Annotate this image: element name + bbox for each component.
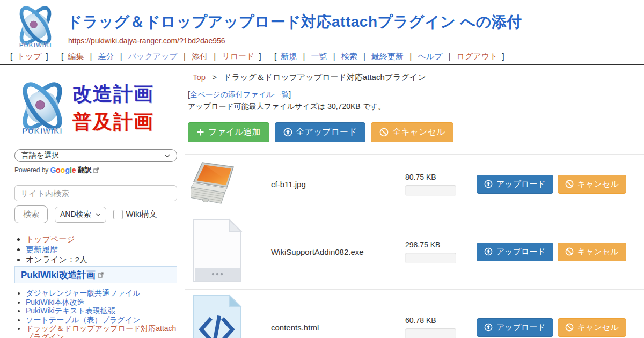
file-size: 80.75 KB — [405, 173, 436, 181]
laptop-photo-icon — [191, 161, 240, 204]
chevron-down-icon — [96, 213, 101, 216]
breadcrumb-top-link[interactable]: Top — [193, 72, 206, 82]
cancel-button[interactable]: キャンセル — [558, 318, 626, 337]
progress-bar — [405, 253, 456, 263]
google-logo: Google — [50, 166, 76, 174]
breadcrumb-separator: > — [212, 72, 217, 82]
wiki-syntax-checkbox[interactable] — [113, 210, 123, 219]
file-row: WikiSupportAddin082.exe 298.75 KB アップロード — [185, 214, 644, 289]
file-thumbnail-laptop — [191, 161, 271, 207]
upload-circle-icon — [283, 128, 292, 137]
sidebar-link-text-ext[interactable]: PukiWikiテキスト表現拡張 — [26, 306, 115, 315]
add-files-button[interactable]: ファイル追加 — [188, 122, 269, 142]
sidebar-link-common-files[interactable]: ダジャレンジャー版共通ファイル — [26, 289, 141, 297]
list-item: PukiWikiテキスト表現拡張 — [26, 307, 177, 315]
logo-line-kaizou: 改造計画 — [72, 83, 154, 105]
ban-icon — [565, 323, 574, 332]
search-mode-select[interactable]: AND検索 — [55, 207, 106, 223]
site-logo-text: 改造計画 普及計画 — [72, 80, 154, 136]
separator: | — [333, 52, 335, 61]
code-file-icon — [191, 294, 243, 338]
file-thumbnail-code — [191, 294, 271, 338]
list-item: オンライン：2人 — [26, 254, 177, 264]
file-name: WikiSupportAddin082.exe — [271, 247, 405, 256]
attachment-list-line: [全ページの添付ファイル一覧] — [188, 90, 644, 100]
separator: | — [449, 52, 451, 61]
file-actions: アップロード キャンセル — [477, 318, 644, 337]
file-thumbnail-generic — [191, 218, 271, 285]
nav-logout[interactable]: ログアウト — [457, 52, 498, 61]
bracket: [ — [61, 52, 63, 61]
ban-icon — [565, 247, 574, 256]
ban-icon — [379, 128, 389, 137]
nav-search[interactable]: 検索 — [341, 52, 357, 61]
cancel-all-button[interactable]: 全キャンセル — [371, 122, 453, 142]
upload-button[interactable]: アップロード — [477, 243, 553, 261]
section-heading-link[interactable]: PukiWiki改造計画 — [21, 269, 96, 281]
list-item: トップページ — [26, 234, 177, 244]
nav-reload[interactable]: リロード — [222, 52, 254, 61]
chevron-down-icon — [164, 154, 170, 158]
file-size-progress: 298.75 KB — [405, 240, 477, 263]
nav-new[interactable]: 新規 — [281, 52, 297, 61]
atom-logo-icon: PUKIWIKI — [11, 2, 60, 52]
file-actions: アップロード キャンセル — [477, 175, 644, 194]
file-actions: アップロード キャンセル — [477, 243, 644, 261]
cancel-button[interactable]: キャンセル — [558, 243, 626, 261]
bracket: ] — [46, 52, 48, 61]
google-translate-attribution: Powered by Google 翻訳 — [14, 165, 177, 175]
nav-backup[interactable]: バックアップ — [128, 52, 178, 61]
bracket: [ — [10, 52, 12, 61]
list-item: ダジャレンジャー版共通ファイル — [26, 289, 177, 298]
sidebar-site-logo[interactable]: PUKIWIKI 改造計画 普及計画 — [14, 74, 177, 142]
language-select-value: 言語を選択 — [21, 151, 59, 160]
upload-circle-icon — [484, 323, 493, 332]
search-input[interactable] — [14, 185, 177, 201]
list-item: ドラッグ＆ドロップアップロード対応attachプラグイン — [26, 325, 177, 338]
upload-file-list: cf-b11.jpg 80.75 KB アップロード — [185, 154, 644, 338]
page-title: ドラッグ＆ドロップアップロード対応attachプラグイン への添付 — [67, 12, 522, 32]
sidebar-link-sort-table[interactable]: ソートテーブル（表）プラグイン — [26, 315, 140, 324]
upload-all-button[interactable]: 全アップロード — [275, 122, 366, 142]
sidebar-section-heading: PukiWiki改造計画 — [14, 266, 177, 283]
list-item: 更新履歴 — [26, 244, 177, 254]
page-url-link[interactable]: https://pukiwiki.dajya-ranger.com/?1bd2d… — [68, 36, 225, 45]
search-button[interactable]: 検索 — [14, 205, 48, 223]
nav-edit[interactable]: 編集 — [68, 52, 84, 61]
separator: | — [363, 52, 365, 61]
separator: | — [303, 52, 305, 61]
pukiwiki-logo[interactable]: PUKIWIKI — [11, 2, 60, 52]
file-size: 60.78 KB — [405, 316, 436, 325]
upload-toolbar: ファイル追加 全アップロード 全キャンセル — [188, 122, 644, 142]
nav-top[interactable]: トップ — [17, 52, 41, 61]
plus-icon — [196, 128, 204, 136]
translate-label: 翻訳 — [78, 165, 92, 175]
nav-recent[interactable]: 最終更新 — [371, 52, 404, 61]
sidebar-quick-links: トップページ 更新履歴 オンライン：2人 — [14, 234, 177, 264]
sidebar-link-toppage[interactable]: トップページ — [26, 234, 75, 244]
upload-button[interactable]: アップロード — [477, 318, 553, 337]
logo-line-fukyuu: 普及計画 — [72, 111, 154, 133]
navbar: [ トップ ] [ 編集 | 差分 | バックアップ | 添付 | リロード ]… — [8, 52, 513, 62]
breadcrumb: Top > ドラッグ＆ドロップアップロード対応attachプラグイン — [193, 72, 644, 83]
list-item: PukiWiki本体改造 — [26, 298, 177, 307]
external-link-icon — [93, 167, 99, 173]
cancel-button[interactable]: キャンセル — [558, 175, 626, 194]
nav-diff[interactable]: 差分 — [98, 52, 114, 61]
upload-button[interactable]: アップロード — [477, 175, 553, 194]
header: PUKIWIKI ドラッグ＆ドロップアップロード対応attachプラグイン への… — [0, 0, 644, 65]
sidebar-link-core-mod[interactable]: PukiWiki本体改造 — [26, 298, 85, 306]
upload-circle-icon — [484, 247, 493, 256]
separator: | — [214, 52, 216, 61]
all-attachments-link[interactable]: 全ページの添付ファイル一覧 — [190, 90, 289, 99]
separator: | — [409, 52, 412, 61]
nav-attach[interactable]: 添付 — [192, 52, 208, 61]
sidebar-link-history[interactable]: 更新履歴 — [26, 245, 58, 254]
sidebar-link-dnd-attach[interactable]: ドラッグ＆ドロップアップロード対応attachプラグイン — [26, 324, 176, 338]
separator: | — [184, 52, 186, 61]
language-select[interactable]: 言語を選択 — [14, 149, 177, 162]
separator: | — [90, 52, 92, 61]
file-size-progress: 80.75 KB — [405, 172, 477, 196]
nav-help[interactable]: ヘルプ — [418, 52, 442, 61]
nav-list[interactable]: 一覧 — [311, 52, 327, 61]
